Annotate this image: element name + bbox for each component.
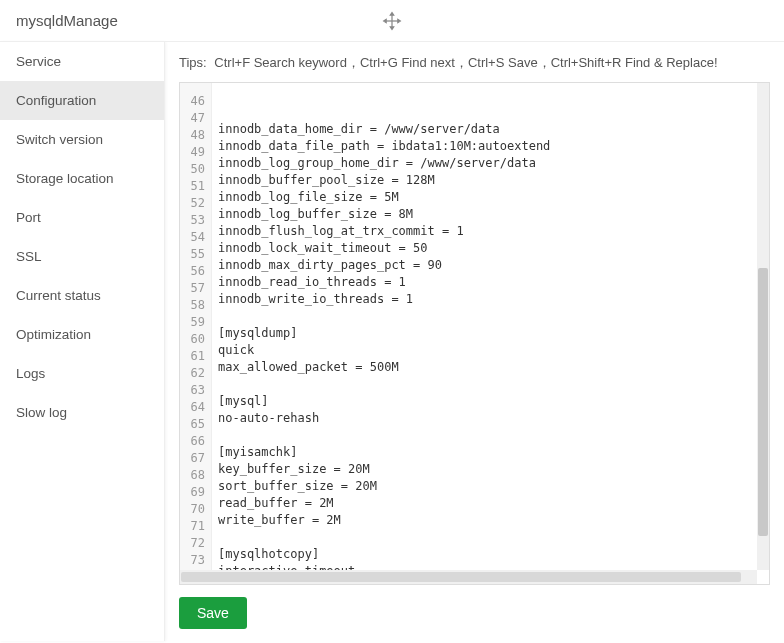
line-number: 56 <box>184 263 205 280</box>
config-editor[interactable]: 4647484950515253545556575859606162636465… <box>179 82 770 585</box>
code-line: innodb_flush_log_at_trx_commit = 1 <box>218 223 763 240</box>
code-line: write_buffer = 2M <box>218 512 763 529</box>
line-number: 64 <box>184 399 205 416</box>
line-number: 62 <box>184 365 205 382</box>
sidebar-item-service[interactable]: Service <box>0 42 164 81</box>
line-number: 53 <box>184 212 205 229</box>
line-number: 47 <box>184 110 205 127</box>
tips-bar: Tips: Ctrl+F Search keyword，Ctrl+G Find … <box>179 54 770 72</box>
save-button[interactable]: Save <box>179 597 247 629</box>
sidebar-item-slow-log[interactable]: Slow log <box>0 393 164 432</box>
code-line: key_buffer_size = 20M <box>218 461 763 478</box>
main: ServiceConfigurationSwitch versionStorag… <box>0 42 784 641</box>
code-line: quick <box>218 342 763 359</box>
line-number: 72 <box>184 535 205 552</box>
footer: Save <box>179 585 770 629</box>
line-number: 61 <box>184 348 205 365</box>
code-line: innodb_log_file_size = 5M <box>218 189 763 206</box>
code-line <box>218 376 763 393</box>
sidebar-item-storage-location[interactable]: Storage location <box>0 159 164 198</box>
line-number: 46 <box>184 93 205 110</box>
line-number: 66 <box>184 433 205 450</box>
code-line <box>218 87 763 104</box>
code-line: [mysqlhotcopy] <box>218 546 763 563</box>
vertical-scrollbar-thumb[interactable] <box>758 268 768 536</box>
line-gutter: 4647484950515253545556575859606162636465… <box>180 83 212 584</box>
line-number: 50 <box>184 161 205 178</box>
sidebar-item-configuration[interactable]: Configuration <box>0 81 164 120</box>
code-line: [mysqldump] <box>218 325 763 342</box>
code-line: [mysql] <box>218 393 763 410</box>
line-number: 59 <box>184 314 205 331</box>
code-line: [myisamchk] <box>218 444 763 461</box>
line-number: 65 <box>184 416 205 433</box>
line-number: 51 <box>184 178 205 195</box>
line-number: 69 <box>184 484 205 501</box>
line-number: 60 <box>184 331 205 348</box>
content: Tips: Ctrl+F Search keyword，Ctrl+G Find … <box>165 42 784 641</box>
code-line: innodb_data_home_dir = /www/server/data <box>218 121 763 138</box>
line-number: 70 <box>184 501 205 518</box>
code-line: max_allowed_packet = 500M <box>218 359 763 376</box>
sidebar-item-optimization[interactable]: Optimization <box>0 315 164 354</box>
line-number: 68 <box>184 467 205 484</box>
code-line <box>218 529 763 546</box>
line-number: 49 <box>184 144 205 161</box>
code-line: innodb_lock_wait_timeout = 50 <box>218 240 763 257</box>
code-line: innodb_data_file_path = ibdata1:10M:auto… <box>218 138 763 155</box>
app-title: mysqldManage <box>16 12 118 29</box>
code-line <box>218 427 763 444</box>
code-line: innodb_write_io_threads = 1 <box>218 291 763 308</box>
line-number: 58 <box>184 297 205 314</box>
tips-text: Ctrl+F Search keyword，Ctrl+G Find next，C… <box>214 55 717 70</box>
code-line <box>218 308 763 325</box>
code-line: innodb_log_group_home_dir = /www/server/… <box>218 155 763 172</box>
line-number: 71 <box>184 518 205 535</box>
sidebar: ServiceConfigurationSwitch versionStorag… <box>0 42 165 641</box>
sidebar-item-port[interactable]: Port <box>0 198 164 237</box>
line-number: 67 <box>184 450 205 467</box>
code-line: innodb_read_io_threads = 1 <box>218 274 763 291</box>
code-line: innodb_log_buffer_size = 8M <box>218 206 763 223</box>
code-area[interactable]: innodb_data_home_dir = /www/server/datai… <box>212 83 769 584</box>
sidebar-item-switch-version[interactable]: Switch version <box>0 120 164 159</box>
code-line: innodb_max_dirty_pages_pct = 90 <box>218 257 763 274</box>
line-number: 52 <box>184 195 205 212</box>
sidebar-item-logs[interactable]: Logs <box>0 354 164 393</box>
code-line: innodb_buffer_pool_size = 128M <box>218 172 763 189</box>
line-number: 55 <box>184 246 205 263</box>
vertical-scrollbar[interactable] <box>757 83 769 570</box>
tips-label: Tips: <box>179 55 207 70</box>
code-line: sort_buffer_size = 20M <box>218 478 763 495</box>
code-line: no-auto-rehash <box>218 410 763 427</box>
sidebar-item-ssl[interactable]: SSL <box>0 237 164 276</box>
sidebar-item-current-status[interactable]: Current status <box>0 276 164 315</box>
move-icon[interactable] <box>382 11 402 31</box>
line-number: 57 <box>184 280 205 297</box>
horizontal-scrollbar[interactable] <box>180 570 757 584</box>
line-number: 48 <box>184 127 205 144</box>
line-number: 63 <box>184 382 205 399</box>
code-line <box>218 104 763 121</box>
line-number: 54 <box>184 229 205 246</box>
header: mysqldManage <box>0 0 784 42</box>
code-line: read_buffer = 2M <box>218 495 763 512</box>
horizontal-scrollbar-thumb[interactable] <box>181 572 741 582</box>
line-number: 73 <box>184 552 205 569</box>
